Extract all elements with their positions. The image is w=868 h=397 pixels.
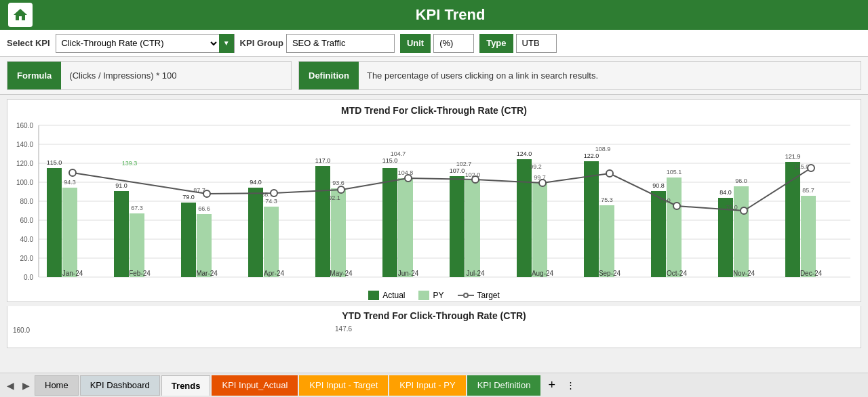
svg-text:115.0: 115.0 — [47, 159, 62, 166]
svg-text:66.6: 66.6 — [198, 205, 210, 212]
formula-value: (Clicks / Impressions) * 100 — [61, 70, 184, 81]
tab-prev-button[interactable]: ◀ — [3, 380, 18, 391]
mtd-chart-container: MTD Trend For Click-Through Rate (CTR) 1… — [7, 99, 861, 302]
target-dot-aug — [539, 180, 546, 186]
svg-text:92.1: 92.1 — [328, 194, 340, 201]
svg-text:104.7: 104.7 — [391, 150, 406, 157]
svg-text:115.0: 115.0 — [382, 157, 398, 164]
tab-kpi-input-py[interactable]: KPI Input - PY — [389, 375, 465, 396]
tab-kpi-input-target-label: KPI Input - Target — [309, 380, 378, 390]
legend-target: Target — [458, 291, 500, 300]
svg-text:Mar-24: Mar-24 — [196, 270, 218, 277]
ytd-y-start: 160.0 — [13, 327, 30, 334]
tab-kpi-dashboard-label: KPI Dashboard — [90, 380, 150, 390]
bar-actual-feb — [114, 191, 129, 277]
tab-kpi-input-target[interactable]: KPI Input - Target — [299, 375, 388, 396]
target-dot-jun — [405, 175, 412, 182]
target-dot-dec — [808, 165, 814, 171]
svg-text:Jul-24: Jul-24 — [466, 270, 485, 277]
target-dot-jan — [69, 169, 76, 176]
svg-text:124.0: 124.0 — [517, 150, 532, 157]
svg-text:74.3: 74.3 — [265, 198, 277, 205]
legend-actual-box — [368, 291, 379, 300]
bar-actual-apr — [248, 188, 263, 277]
svg-text:84.0: 84.0 — [719, 189, 732, 196]
svg-text:140.0: 140.0 — [16, 141, 33, 148]
svg-text:93.6: 93.6 — [332, 180, 344, 186]
tab-bar: ◀ ▶ Home KPI Dashboard Trends KPI Input_… — [0, 373, 868, 397]
svg-text:Oct-24: Oct-24 — [667, 270, 687, 277]
header: KPI Trend — [0, 0, 868, 30]
type-value: UTB — [516, 34, 557, 53]
definition-box: Definition The percentage of users click… — [298, 61, 861, 90]
target-dot-apr — [271, 190, 277, 196]
target-dot-mar — [203, 190, 210, 197]
svg-text:94.3: 94.3 — [64, 179, 76, 186]
legend-py-box — [418, 291, 429, 300]
svg-text:Apr-24: Apr-24 — [264, 270, 284, 277]
tab-add-button[interactable]: + — [541, 378, 562, 392]
svg-text:80.0: 80.0 — [20, 198, 34, 205]
kpi-select[interactable]: Click-Through Rate (CTR) — [56, 35, 219, 52]
legend-target-label: Target — [477, 291, 500, 300]
kpi-select-wrap[interactable]: Click-Through Rate (CTR) ▼ — [56, 34, 235, 53]
legend-py: PY — [418, 291, 443, 300]
svg-text:107.0: 107.0 — [450, 167, 465, 174]
svg-text:120.0: 120.0 — [16, 160, 33, 167]
bar-py-mar — [197, 214, 212, 277]
svg-text:Nov-24: Nov-24 — [733, 270, 755, 277]
svg-text:Dec-24: Dec-24 — [800, 270, 823, 277]
legend-target-dot — [463, 293, 469, 298]
legend-actual: Actual — [368, 291, 405, 300]
tab-home[interactable]: Home — [35, 375, 79, 396]
ytd-chart-container: YTD Trend For Click-Through Rate (CTR) 1… — [7, 306, 861, 348]
tab-kpi-dashboard[interactable]: KPI Dashboard — [80, 375, 160, 396]
svg-text:Aug-24: Aug-24 — [532, 270, 554, 277]
svg-text:122.0: 122.0 — [584, 152, 599, 159]
ytd-data-point: 147.6 — [335, 325, 352, 333]
select-kpi-label: Select KPI — [7, 38, 50, 48]
svg-text:139.3: 139.3 — [122, 160, 138, 167]
kpi-group-label: KPI Group — [240, 38, 283, 48]
formula-label: Formula — [7, 62, 61, 89]
tab-kpi-input-actual[interactable]: KPI Input_Actual — [212, 375, 298, 396]
home-icon[interactable] — [8, 3, 33, 27]
tab-kpi-input-py-label: KPI Input - PY — [399, 380, 455, 390]
svg-text:40.0: 40.0 — [20, 236, 34, 243]
ytd-chart-title: YTD Trend For Click-Through Rate (CTR) — [13, 310, 855, 321]
bar-actual-jan — [47, 168, 62, 277]
bar-actual-sep — [584, 161, 599, 277]
svg-text:Sep-24: Sep-24 — [599, 270, 621, 277]
bar-py-jul — [465, 180, 480, 277]
svg-text:Feb-24: Feb-24 — [129, 270, 151, 277]
svg-text:60.0: 60.0 — [20, 217, 34, 224]
unit-field: Unit (%) — [400, 34, 474, 53]
bar-py-sep — [599, 205, 614, 277]
svg-text:108.9: 108.9 — [595, 146, 611, 152]
svg-text:100.0: 100.0 — [16, 179, 33, 186]
bar-py-aug — [532, 183, 547, 277]
svg-text:79.0: 79.0 — [182, 194, 195, 201]
bar-actual-may — [315, 166, 330, 277]
mtd-chart-wrap: 160.0 140.0 120.0 100.0 80.0 60.0 40.0 2… — [13, 119, 855, 300]
bar-actual-aug — [517, 159, 532, 277]
mtd-chart-svg: 160.0 140.0 120.0 100.0 80.0 60.0 40.0 2… — [13, 119, 854, 288]
svg-text:May-24: May-24 — [330, 270, 353, 277]
page-title: KPI Trend — [41, 6, 860, 24]
svg-text:91.0: 91.0 — [115, 182, 127, 189]
tab-menu-button[interactable]: ⋮ — [562, 380, 579, 390]
bar-py-apr — [264, 207, 279, 277]
tab-kpi-definition-label: KPI Definition — [477, 380, 531, 390]
kpi-dropdown-arrow[interactable]: ▼ — [219, 34, 234, 53]
tab-kpi-definition[interactable]: KPI Definition — [467, 375, 541, 396]
target-dot-may — [338, 186, 344, 193]
svg-text:121.9: 121.9 — [785, 153, 801, 160]
bar-py-jun — [398, 178, 413, 277]
legend-py-label: PY — [433, 291, 443, 300]
tab-home-label: Home — [45, 380, 68, 390]
tab-kpi-input-actual-label: KPI Input_Actual — [222, 380, 288, 390]
tab-next-button[interactable]: ▶ — [18, 380, 34, 391]
tab-trends[interactable]: Trends — [161, 375, 211, 396]
bar-actual-jun — [382, 168, 397, 277]
formula-box: Formula (Clicks / Impressions) * 100 — [7, 61, 292, 90]
